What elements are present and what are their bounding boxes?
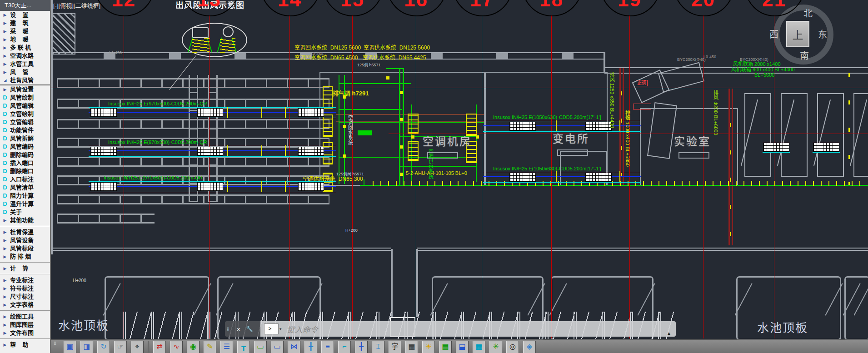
toolbar-button-spline[interactable]: ∿ xyxy=(170,341,183,353)
toolbar-button-dimension[interactable]: ⌶ xyxy=(372,341,384,353)
sidebar-item-帮助[interactable]: ▶帮 助 xyxy=(0,341,50,349)
toolbar-button-elbow[interactable]: ⌐ xyxy=(338,341,351,353)
sidebar-item-删除编码[interactable]: D删除编码 xyxy=(0,151,50,159)
toolbar-button-node-point[interactable]: ◉ xyxy=(187,341,200,353)
command-input[interactable]: 键入命令 xyxy=(287,323,318,335)
panel-brace xyxy=(549,283,567,316)
toolbar-button-table-grid[interactable]: ▦ xyxy=(405,341,418,353)
command-line-palette[interactable]: ⣿ × 🔧 >_ ▾ 键入命令 ▲ xyxy=(225,321,676,337)
compass-east[interactable]: 东 xyxy=(818,27,827,40)
toolbar-button-duct-segment[interactable]: ▭ xyxy=(254,341,267,353)
sidebar-item-杜肯保温[interactable]: ▶杜肯保温 xyxy=(0,228,50,236)
sidebar-item-杜肯风管[interactable]: ◢杜肯风管 xyxy=(0,76,50,85)
annotation-text: 125调 h5571 xyxy=(357,63,381,67)
sidebar-item-label: 风管拆解 xyxy=(10,135,34,142)
toolbar-button-orbit-refresh[interactable]: ↻ xyxy=(97,341,110,353)
toolbar-button-select-help[interactable]: ☞ xyxy=(114,341,127,353)
toolbar-button-origin-crosshair[interactable]: ⌖ xyxy=(131,341,144,353)
wall-joint xyxy=(604,52,605,72)
sidebar-item-地暖[interactable]: ▶地 暖 xyxy=(0,35,50,44)
duct-stub xyxy=(813,142,840,153)
scroll-up-icon[interactable]: ▲ xyxy=(667,331,671,336)
drag-grip-icon[interactable]: ⣿ xyxy=(227,328,233,330)
sidebar-item-水管工具[interactable]: ▶水管工具 xyxy=(0,60,50,68)
sidebar-item-多联机[interactable]: ▶多 联 机 xyxy=(0,44,50,52)
flex-duct-section xyxy=(585,173,612,182)
command-icon: D xyxy=(2,192,8,200)
sidebar-item-建筑[interactable]: ▶建 筑 xyxy=(0,19,50,27)
chevron-right-icon: ▶ xyxy=(2,35,8,44)
sidebar-item-设置[interactable]: ▶设 置 xyxy=(0,11,50,19)
sidebar-item-风管[interactable]: ▶风 管 xyxy=(0,68,50,76)
sidebar-item-风管绘制[interactable]: D风管绘制 xyxy=(0,94,50,102)
command-input-area[interactable]: >_ ▾ 键入命令 ▲ xyxy=(260,321,676,337)
compass-north[interactable]: 北 xyxy=(803,6,813,20)
toolbar-button-snap-star[interactable]: ✳ xyxy=(489,341,502,353)
sidebar-item-计算[interactable]: ▶计 算 xyxy=(0,264,50,273)
sidebar-item-图库图层[interactable]: ▶图库图层 xyxy=(0,321,50,329)
toolbar-button-edit-annotate[interactable]: ✎ xyxy=(204,341,216,353)
toolbar-button-duct-layers[interactable]: ☰ xyxy=(220,341,233,353)
sidebar-item-专业标注[interactable]: ▶专业标注 xyxy=(0,276,50,284)
drawing-canvas[interactable]: [-][俯视][二维线框] 出风段出风示意图 上 北 西 东 南 1213141… xyxy=(50,0,868,339)
toolbar-grip-icon[interactable]: ⣿ xyxy=(54,342,57,344)
toolbar-button-valve[interactable]: ⋈ xyxy=(288,341,300,353)
command-icon: D xyxy=(2,208,8,216)
command-prompt-icon[interactable]: >_ xyxy=(264,323,279,334)
toolbar-button-save[interactable]: ◨ xyxy=(80,341,93,353)
sidebar-item-防排烟[interactable]: ▶防 排 烟 xyxy=(0,253,50,261)
compass-south[interactable]: 南 xyxy=(800,49,809,62)
sidebar-item-风管设备[interactable]: ▶风管设备 xyxy=(0,236,50,244)
sidebar-item-其他功能[interactable]: ▶其他功能 xyxy=(0,216,50,224)
toolbar-button-render-sun[interactable]: ☀ xyxy=(422,341,435,353)
sidebar-item-label: 尺寸标注 xyxy=(10,293,34,300)
sidebar-item-label: 计 算 xyxy=(10,265,28,272)
sidebar-item-符号标注[interactable]: ▶符号标注 xyxy=(0,284,50,293)
wall-chase xyxy=(416,249,418,317)
compass-up-face[interactable]: 上 xyxy=(786,21,809,47)
chevron-right-icon: ▶ xyxy=(2,60,8,68)
sidebar-item-风管设置[interactable]: ▶风管设置 xyxy=(0,85,50,94)
toolbar-button-new-layout[interactable]: ▣ xyxy=(64,341,76,353)
close-icon[interactable]: × xyxy=(233,325,244,333)
sidebar-item-风管编辑[interactable]: D风管编辑 xyxy=(0,102,50,110)
toolbar-button-pipe-cross[interactable]: ╋ xyxy=(304,341,317,353)
sidebar-item-绘图工具[interactable]: ▶绘图工具 xyxy=(0,313,50,321)
duct-flange xyxy=(285,107,286,118)
toolbar-button-orbit-sphere[interactable]: ◈ xyxy=(523,341,536,353)
sprinkler-tick xyxy=(450,181,451,186)
viewport-label[interactable]: [-][俯视][二维线框] xyxy=(53,3,100,9)
sidebar-item-文字表格[interactable]: ▶文字表格 xyxy=(0,301,50,309)
toolbar-button-pipe-lines[interactable]: ≡ xyxy=(321,341,334,353)
sidebar-item-功能管件[interactable]: D功能管件 xyxy=(0,126,50,134)
sidebar-item-文件布图[interactable]: ▶文件布图 xyxy=(0,329,50,337)
toolbar-button-text-style[interactable]: 字 xyxy=(389,341,401,353)
toolbar-button-align-flip[interactable]: ⇄ xyxy=(153,341,166,353)
sidebar-item-空调水路[interactable]: ▶空调水路 xyxy=(0,52,50,60)
sidebar-item-关于[interactable]: D关于 xyxy=(0,208,50,216)
sidebar-item-删除端口[interactable]: D删除端口 xyxy=(0,167,50,175)
sidebar-item-立管绘制[interactable]: D立管绘制 xyxy=(0,110,50,118)
sidebar-item-风管拆解[interactable]: D风管拆解 xyxy=(0,134,50,143)
sidebar-item-尺寸标注[interactable]: ▶尺寸标注 xyxy=(0,293,50,301)
sidebar-item-风管标段[interactable]: ▶风管标段 xyxy=(0,244,50,253)
sidebar-item-立管编辑[interactable]: D立管编辑 xyxy=(0,118,50,126)
toolbar-button-pipe-tee[interactable]: ┳ xyxy=(237,341,250,353)
toolbar-button-visibility-eye[interactable]: ◎ xyxy=(506,341,519,353)
sidebar-item-风管编码[interactable]: D风管编码 xyxy=(0,143,50,151)
sidebar-item-阻力计算[interactable]: D阻力计算 xyxy=(0,192,50,200)
sidebar-item-风管清单[interactable]: D风管清单 xyxy=(0,184,50,192)
palette-title[interactable]: T30天正... xyxy=(0,0,50,11)
sidebar-item-插入端口[interactable]: D插入端口 xyxy=(0,159,50,167)
wrench-icon[interactable]: 🔧 xyxy=(244,326,255,332)
chevron-down-icon[interactable]: ▾ xyxy=(279,327,282,331)
toolbar-button-riser[interactable]: ╂ xyxy=(355,341,368,353)
sidebar-item-入口标注[interactable]: D入口标注 xyxy=(0,175,50,184)
sprinkler-tick xyxy=(782,181,783,186)
toolbar-button-schedule-table[interactable]: ▤ xyxy=(439,341,452,353)
toolbar-button-hatch[interactable]: ▦ xyxy=(473,341,485,353)
sidebar-item-采暖[interactable]: ▶采 暖 xyxy=(0,27,50,35)
toolbar-button-duct-box[interactable]: ▭ xyxy=(271,341,284,353)
sidebar-item-温升计算[interactable]: D温升计算 xyxy=(0,200,50,208)
toolbar-button-display-monitor[interactable]: ⬓ xyxy=(456,341,469,353)
